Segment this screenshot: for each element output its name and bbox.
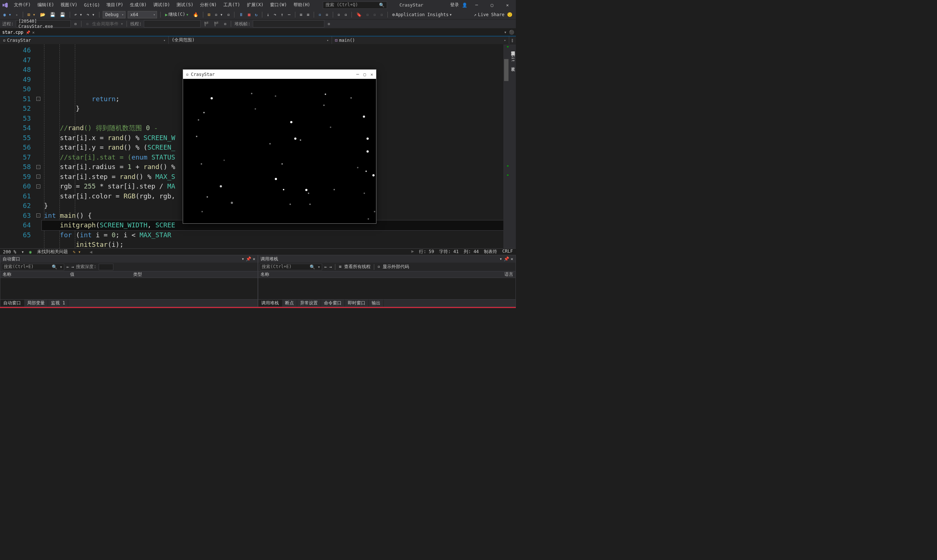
zoom-level[interactable]: 200 % — [3, 249, 16, 254]
close-window-button[interactable]: ✕ — [501, 1, 514, 9]
hscroll-right[interactable]: ▶ — [411, 249, 414, 255]
maximize-button[interactable]: ▢ — [486, 1, 498, 9]
restart-button[interactable]: ↻ — [254, 12, 259, 18]
live-share-icon[interactable]: ↗ — [474, 12, 476, 17]
app-insights-button[interactable]: ⚙ Application Insights ▾ — [391, 12, 453, 18]
col-value[interactable]: 值 — [70, 271, 74, 278]
menu-analyze[interactable]: 分析(N) — [199, 1, 217, 9]
thread-btn-1[interactable]: 🏴 — [203, 21, 211, 27]
toolbar-btn-1[interactable]: ⊞ — [207, 12, 211, 18]
config-combo[interactable]: Debug — [103, 11, 125, 18]
bookmark-icon[interactable]: 🔖 — [355, 12, 363, 18]
doc-tab-star-cpp[interactable]: star.cpp 📌 ✕ — [0, 28, 37, 36]
tab-exceptions[interactable]: 异常设置 — [297, 300, 321, 306]
col-type[interactable]: 类型 — [133, 271, 142, 278]
search-back-button[interactable]: ← — [66, 265, 69, 269]
tab-autos[interactable]: 自动窗口 — [0, 300, 24, 306]
menu-git[interactable]: Git(G) — [83, 2, 100, 8]
hot-reload-button[interactable]: 🔥 — [192, 12, 200, 18]
close-tab-button[interactable]: ✕ — [32, 30, 35, 35]
nav-function-combo[interactable]: ⊡ main()▾ — [332, 36, 509, 44]
new-project-button[interactable]: ⊞ ▾ — [26, 12, 37, 18]
thread-btn-3[interactable]: ▫ — [223, 21, 228, 27]
callstack-search[interactable]: 搜索(Ctrl+E)🔍 ▾ — [260, 264, 322, 270]
nav-project-combo[interactable]: ▫ CrasyStar▾ — [0, 36, 169, 44]
tab-command[interactable]: 命令窗口 — [321, 300, 345, 306]
pause-button[interactable]: ⏸ — [238, 12, 244, 18]
menu-tools[interactable]: 工具(T) — [223, 1, 241, 9]
indent-mode[interactable]: 制表符 — [484, 249, 497, 255]
app-minimize-button[interactable]: ─ — [356, 72, 359, 77]
login-icon[interactable]: 👤 — [462, 3, 467, 8]
toolbar-btn-2[interactable]: ▫ ▾ — [214, 12, 224, 18]
menu-window[interactable]: 窗口(W) — [269, 1, 288, 9]
depth-combo[interactable] — [99, 264, 113, 270]
split-button[interactable]: ⫿ — [509, 38, 516, 43]
tab-immediate[interactable]: 即时窗口 — [345, 300, 369, 306]
lifecycle-icon[interactable]: ▫ — [85, 21, 89, 27]
menu-help[interactable]: 帮助(H) — [293, 1, 311, 9]
back-button[interactable]: ◉ ▾ — [2, 12, 12, 18]
stackframe-combo[interactable] — [253, 20, 324, 28]
continue-button[interactable]: ▶ 继续(C) ▾ — [164, 11, 190, 18]
toolbar-grp6-3[interactable]: ▫ — [379, 12, 384, 18]
feedback-icon[interactable]: 🙂 — [506, 12, 514, 18]
toolbar-grp4-2[interactable]: ▫ — [325, 12, 330, 18]
pen-icon[interactable]: ✎ ▾ — [73, 249, 81, 254]
git-changes-tab[interactable]: Git 更改 — [510, 52, 515, 67]
toolbar-grp6-1[interactable]: ▫ — [365, 12, 370, 18]
step-into-button[interactable]: ↓ — [266, 12, 270, 18]
panel-drop-icon[interactable]: ▾ — [500, 256, 502, 262]
forward-button[interactable]: ▸ — [15, 12, 20, 18]
toolbar-grp3-1[interactable]: ≡ — [299, 12, 304, 18]
undo-button[interactable]: ↶ ▾ — [73, 12, 84, 18]
toolbar-grp4-1[interactable]: ▫ — [317, 12, 322, 18]
pin-icon[interactable]: 📌 — [26, 31, 30, 34]
hscroll-left[interactable]: ◀ — [89, 249, 92, 254]
cs-col-lang[interactable]: 语言 — [504, 271, 513, 278]
cs-col-name[interactable]: 名称 — [260, 271, 269, 278]
open-file-button[interactable]: 📂 — [39, 12, 46, 18]
step-over-button[interactable]: ↷ — [273, 12, 277, 18]
toolbar-grp5-1[interactable]: ▫ — [336, 12, 341, 18]
app-maximize-button[interactable]: ▢ — [364, 72, 366, 77]
panel-close-icon[interactable]: ✕ — [511, 256, 513, 262]
no-issues[interactable]: 未找到相关问题 — [37, 249, 68, 255]
panel-pin-icon[interactable]: 📌 — [504, 256, 509, 262]
step-btn-4[interactable]: ⋯ — [287, 12, 292, 18]
step-out-button[interactable]: ↑ — [280, 12, 284, 18]
thread-btn-2[interactable]: 🏴 — [213, 21, 220, 27]
tab-watch1[interactable]: 监视 1 — [48, 300, 68, 306]
line-ending[interactable]: CRLF — [502, 249, 513, 255]
save-button[interactable]: 💾 — [49, 12, 57, 18]
minimize-button[interactable]: ─ — [470, 1, 483, 9]
col-name[interactable]: 名称 — [3, 271, 11, 278]
error-indicator[interactable]: ◉ — [29, 249, 32, 254]
cs-fwd-button[interactable]: → — [329, 265, 332, 269]
view-all-threads-button[interactable]: ≡ 查看所有线程 — [339, 264, 370, 270]
menu-test[interactable]: 测试(S) — [176, 1, 194, 9]
menu-debug[interactable]: 调试(D) — [153, 1, 171, 9]
nav-scope-combo[interactable]: (全局范围)▾ — [169, 36, 332, 44]
tab-locals[interactable]: 局部变量 — [24, 300, 48, 306]
panel-drop-icon[interactable]: ▾ — [242, 256, 244, 262]
toolbar-grp3-2[interactable]: ≡ — [306, 12, 310, 18]
sf-btn[interactable]: ▫ — [327, 21, 331, 27]
thread-combo[interactable] — [144, 20, 201, 28]
tab-callstack[interactable]: 调用堆栈 — [258, 300, 282, 306]
toolbar-grp5-2[interactable]: ▫ — [344, 12, 348, 18]
menu-view[interactable]: 视图(V) — [60, 1, 78, 9]
toolbar-btn-3[interactable]: ▫ — [226, 12, 231, 18]
save-all-button[interactable]: 💾 — [59, 12, 66, 18]
redo-button[interactable]: ↷ ▾ — [85, 12, 96, 18]
panel-close-icon[interactable]: ✕ — [253, 256, 255, 262]
tab-plus-button[interactable]: ⚫ — [509, 30, 514, 35]
live-share-button[interactable]: Live Share — [478, 12, 504, 17]
show-external-code-button[interactable]: ▫ 显示外部代码 — [378, 264, 409, 270]
search-input[interactable]: 搜索 (Ctrl+Q) 🔍 — [323, 2, 387, 9]
menu-file[interactable]: 文件(F) — [13, 1, 32, 9]
tab-output[interactable]: 输出 — [369, 300, 384, 306]
menu-edit[interactable]: 编辑(E) — [37, 1, 55, 9]
platform-combo[interactable]: x64 — [128, 11, 157, 18]
editor-scrollbar[interactable] — [503, 45, 509, 248]
